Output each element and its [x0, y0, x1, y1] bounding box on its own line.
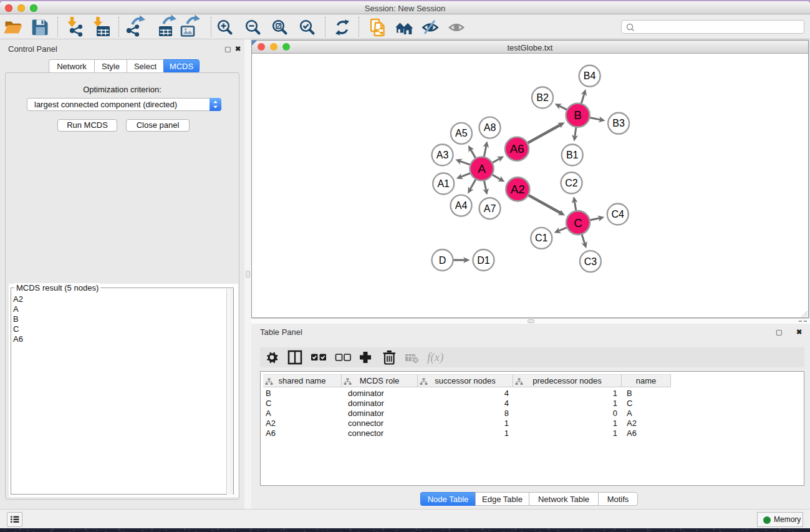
svg-text:A2: A2: [511, 183, 525, 196]
svg-text:A5: A5: [455, 128, 468, 138]
svg-text:A6: A6: [509, 142, 524, 155]
svg-text:A4: A4: [455, 200, 468, 211]
svg-text:C4: C4: [612, 209, 625, 220]
svg-text:C: C: [574, 216, 582, 230]
svg-text:B2: B2: [536, 92, 549, 103]
svg-text:f(x): f(x): [427, 351, 443, 364]
svg-text:A8: A8: [484, 122, 496, 133]
svg-text:C3: C3: [584, 256, 597, 267]
svg-text:A3: A3: [436, 150, 449, 160]
svg-text:B1: B1: [566, 150, 579, 160]
svg-text:B3: B3: [612, 118, 625, 128]
svg-text:C2: C2: [565, 178, 578, 188]
svg-text:B4: B4: [584, 70, 596, 81]
svg-text:A: A: [478, 162, 486, 175]
svg-text:A1: A1: [437, 178, 450, 189]
svg-text:D: D: [439, 255, 446, 266]
svg-text:C1: C1: [535, 233, 548, 243]
svg-text:D1: D1: [477, 255, 490, 266]
svg-text:A7: A7: [484, 203, 496, 214]
svg-text:B: B: [574, 109, 582, 122]
